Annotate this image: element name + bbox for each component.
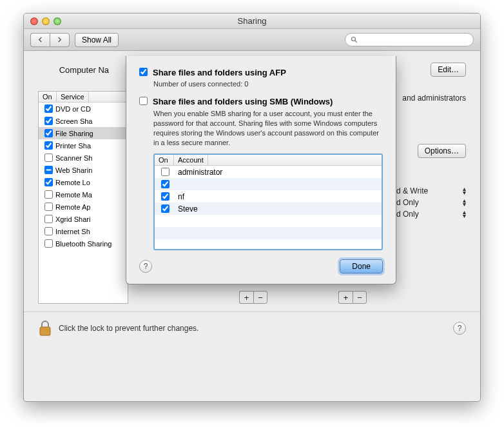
service-name: Internet Sh xyxy=(55,228,125,235)
nav-seg xyxy=(30,33,70,47)
computer-name-label: Computer Na xyxy=(38,65,109,75)
forward-button[interactable] xyxy=(50,33,70,47)
stepper-icon[interactable]: ▴▾ xyxy=(463,187,466,195)
titlebar: Sharing xyxy=(24,14,480,29)
service-name: Remote Ma xyxy=(55,191,125,199)
service-row[interactable]: Remote Lo xyxy=(39,176,128,188)
search-input[interactable] xyxy=(361,35,468,45)
add-folder-button[interactable]: + xyxy=(239,291,253,304)
svg-rect-2 xyxy=(40,327,50,335)
sharing-prefs-window: Sharing Show All Computer Na Edit… On xyxy=(23,13,481,402)
account-checkbox[interactable] xyxy=(161,192,170,201)
account-row[interactable] xyxy=(155,178,382,190)
service-name: Remote Ap xyxy=(55,203,125,211)
service-checkbox[interactable] xyxy=(44,129,53,137)
service-name: DVD or CD xyxy=(55,105,125,113)
service-checkbox[interactable] xyxy=(44,215,53,223)
remove-user-button[interactable]: − xyxy=(353,291,367,304)
divider xyxy=(24,312,480,312)
service-checkbox[interactable] xyxy=(44,166,53,174)
service-checkbox[interactable] xyxy=(44,117,53,125)
service-row[interactable]: Web Sharin xyxy=(39,164,128,176)
chevron-right-icon xyxy=(57,37,63,43)
options-button[interactable]: Options… xyxy=(418,144,466,158)
account-name: Steve xyxy=(175,204,382,214)
service-name: Printer Sha xyxy=(55,142,125,150)
done-button[interactable]: Done xyxy=(340,259,383,273)
services-table[interactable]: On Service DVD or CDScreen ShaFile Shari… xyxy=(38,91,128,304)
afp-label: Share files and folders using AFP xyxy=(153,68,286,77)
smb-checkbox[interactable] xyxy=(139,97,148,105)
accounts-header: On Account xyxy=(155,155,382,166)
service-row[interactable]: Xgrid Shari xyxy=(39,213,128,225)
services-header: On Service xyxy=(39,92,128,103)
account-row[interactable] xyxy=(155,227,382,239)
service-name: Bluetooth Sharing xyxy=(55,240,125,248)
afp-checkbox[interactable] xyxy=(139,68,148,76)
col-service: Service xyxy=(57,92,89,102)
service-checkbox[interactable] xyxy=(44,154,53,162)
account-checkbox[interactable] xyxy=(161,168,170,176)
svg-line-1 xyxy=(355,40,357,42)
service-row[interactable]: Scanner Sh xyxy=(39,152,128,164)
service-checkbox[interactable] xyxy=(44,227,53,235)
service-name: Xgrid Shari xyxy=(55,215,125,223)
account-row[interactable]: nf xyxy=(155,190,382,203)
service-name: Screen Sha xyxy=(55,117,125,125)
service-row[interactable]: Remote Ap xyxy=(39,201,128,213)
toolbar: Show All xyxy=(24,29,480,51)
users-add-remove: + − xyxy=(338,291,367,304)
lock-row: Click the lock to prevent further change… xyxy=(38,320,466,337)
account-row[interactable] xyxy=(155,215,382,227)
stepper-icon[interactable]: ▴▾ xyxy=(463,210,466,218)
chevron-left-icon xyxy=(37,37,43,43)
add-user-button[interactable]: + xyxy=(338,291,353,304)
account-checkbox[interactable] xyxy=(161,180,170,188)
service-name: Web Sharin xyxy=(55,166,125,174)
lock-text: Click the lock to prevent further change… xyxy=(59,324,199,333)
service-checkbox[interactable] xyxy=(44,190,53,199)
users-connected: Number of users connected: 0 xyxy=(153,80,383,88)
service-row[interactable]: Printer Sha xyxy=(39,139,128,152)
col-on: On xyxy=(155,155,174,165)
account-row[interactable]: administrator xyxy=(155,166,382,178)
service-row[interactable]: DVD or CD xyxy=(39,103,128,115)
service-row[interactable]: Internet Sh xyxy=(39,225,128,237)
col-account: Account xyxy=(174,155,208,165)
show-all-button[interactable]: Show All xyxy=(75,33,119,47)
search-field[interactable] xyxy=(345,33,474,46)
smb-label: Share files and folders using SMB (Windo… xyxy=(153,97,333,106)
service-checkbox[interactable] xyxy=(44,141,53,150)
add-remove-row: + − + − xyxy=(140,291,466,304)
account-name: administrator xyxy=(175,168,382,177)
service-checkbox[interactable] xyxy=(44,203,53,211)
account-checkbox[interactable] xyxy=(161,204,170,213)
accounts-table[interactable]: On Account administratornfSteve xyxy=(153,154,383,250)
back-button[interactable] xyxy=(30,33,50,47)
sheet-help-button[interactable]: ? xyxy=(139,260,152,273)
remove-folder-button[interactable]: − xyxy=(253,291,267,304)
service-name: Scanner Sh xyxy=(55,154,125,162)
help-button[interactable]: ? xyxy=(453,322,466,335)
account-name: nf xyxy=(175,192,382,201)
service-name: File Sharing xyxy=(55,130,125,137)
smb-note: When you enable SMB sharing for a user a… xyxy=(153,109,383,147)
service-name: Remote Lo xyxy=(55,179,125,186)
options-sheet: Share files and folders using AFP Number… xyxy=(126,56,396,284)
folders-add-remove: + − xyxy=(239,291,267,304)
service-row[interactable]: Bluetooth Sharing xyxy=(39,237,128,250)
window-title: Sharing xyxy=(24,16,480,26)
service-row[interactable]: Screen Sha xyxy=(39,115,128,127)
service-row[interactable]: Remote Ma xyxy=(39,188,128,201)
account-row[interactable]: Steve xyxy=(155,203,382,215)
edit-button[interactable]: Edit… xyxy=(431,63,466,77)
col-on: On xyxy=(39,92,57,102)
service-checkbox[interactable] xyxy=(44,104,53,113)
svg-point-0 xyxy=(352,37,356,41)
lock-icon[interactable] xyxy=(38,320,52,337)
service-row[interactable]: File Sharing xyxy=(39,127,128,139)
search-icon xyxy=(351,36,358,44)
service-checkbox[interactable] xyxy=(44,178,53,186)
stepper-icon[interactable]: ▴▾ xyxy=(463,199,466,206)
service-checkbox[interactable] xyxy=(44,239,53,248)
